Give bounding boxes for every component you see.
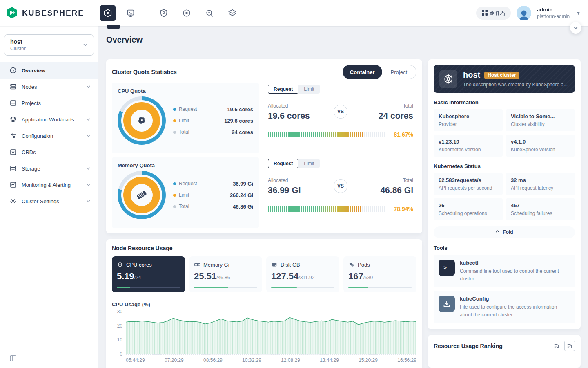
sidebar-item-monitoring-alerting[interactable]: Monitoring & Alerting (0, 177, 98, 193)
sidebar-item-overview[interactable]: Overview (0, 62, 98, 79)
cluster-management-icon[interactable] (100, 5, 116, 21)
configuration-icon (10, 132, 16, 139)
legend-label: Total (179, 129, 189, 135)
cell-label: API requests per second (439, 185, 498, 191)
sidebar-item-storage[interactable]: Storage (0, 160, 98, 177)
legend-row: Request 36.99 Gi (173, 181, 253, 187)
total-dot (173, 131, 176, 134)
chevron-down-icon (86, 133, 91, 139)
user-info[interactable]: admin platform-admin (537, 7, 570, 19)
sidebar-item-cluster-settings[interactable]: Cluster Settings (0, 193, 98, 209)
tab-label: CPU cores (126, 262, 152, 268)
basic-info-grid: Kubesphere Provider Visible to Some... C… (434, 109, 575, 157)
sidebar-item-label: Configuration (22, 133, 53, 139)
legend-label: Request (179, 106, 197, 112)
tab-value: 167 (348, 271, 363, 281)
tab-pods[interactable]: Pods 167/530 (343, 256, 416, 292)
status-cell-sched-ops: 26 Scheduling operations (434, 198, 503, 220)
legend-label: Limit (179, 192, 189, 198)
memory-quota-progress-bar (268, 206, 385, 212)
pods-icon (348, 261, 355, 268)
memory-stick-icon (136, 190, 148, 201)
sidebar-item-nodes[interactable]: Nodes (0, 79, 98, 95)
cpu-quota-legend: Request 19.6 cores Limit 129.6 cores (173, 106, 253, 135)
tab-memory-gi[interactable]: Memory Gi 25.51/46.86 (189, 256, 262, 292)
usage-tabs: CPU cores 5.19/24 Memory Gi (112, 256, 416, 292)
segment-request[interactable]: Request (268, 85, 298, 94)
sort-descending-icon[interactable] (551, 341, 562, 351)
memory-quota-legend: Request 36.99 Gi Limit 260.24 Gi (173, 181, 253, 210)
extensions-icon[interactable] (224, 5, 241, 21)
workspace-icon[interactable] (122, 5, 139, 21)
resource-usage-ranking-card: Resource Usage Ranking (428, 335, 581, 368)
ranking-card-title: Resource Usage Ranking (434, 343, 503, 349)
components-dock-button[interactable]: 组件坞 (476, 7, 511, 20)
cpu-allocated-value: 19.6 cores (268, 111, 323, 121)
cluster-selector[interactable]: host Cluster (4, 34, 94, 56)
sidebar-item-application-workloads[interactable]: Application Workloads (0, 111, 98, 128)
memory-allocated-value: 36.99 Gi (268, 185, 323, 195)
crds-icon (10, 149, 16, 155)
tool-name: kubectl (460, 260, 570, 266)
cell-value: v4.1.0 (511, 139, 570, 145)
vs-separator: VS (334, 99, 347, 125)
tool-desc: Command line tool used to control the cu… (460, 267, 570, 283)
kubectl-terminal-icon: >_ (439, 260, 455, 276)
k8s-status-grid: 62.583requests/s API requests per second… (434, 173, 575, 220)
cluster-settings-icon (10, 198, 16, 204)
memory-quota-donut (118, 171, 166, 219)
platform-settings-icon[interactable] (178, 5, 195, 21)
tool-kubeconfig[interactable]: kubeConfig File used to configure the ac… (434, 291, 575, 323)
segment-limit[interactable]: Limit (298, 159, 319, 168)
x-axis-labels: 05:44:29 07:20:29 08:56:29 10:32:29 12:0… (126, 357, 416, 363)
tab-cpu-cores[interactable]: CPU cores 5.19/24 (112, 256, 185, 292)
cell-label: API request latency (511, 185, 570, 191)
allocated-label: Allocated (268, 103, 323, 109)
nodes-icon (10, 83, 16, 90)
memory-quota-title: Memory Quota (118, 162, 253, 168)
x-tick: 05:44:29 (126, 357, 145, 363)
sidebar-item-projects[interactable]: Projects (0, 95, 98, 111)
access-control-icon[interactable] (156, 5, 172, 21)
tab-label: Pods (358, 262, 370, 268)
vs-badge: VS (334, 105, 347, 119)
tool-kubectl[interactable]: >_ kubectl Command line tool used to con… (434, 255, 575, 287)
tools-title: Tools (434, 245, 575, 251)
sidebar-collapse-icon[interactable] (10, 355, 16, 363)
tab-value: 25.51 (194, 271, 216, 281)
cell-label: Scheduling operations (439, 211, 498, 216)
legend-row: Limit 260.24 Gi (173, 192, 253, 198)
legend-label: Limit (179, 118, 189, 123)
user-menu-caret-icon[interactable]: ▼ (576, 11, 581, 16)
sidebar-item-label: Cluster Settings (22, 198, 59, 204)
memory-total-value: 46.86 Gi (358, 185, 413, 195)
search-icon[interactable] (201, 5, 218, 21)
toggle-container[interactable]: Container (343, 65, 382, 79)
toggle-project[interactable]: Project (382, 69, 416, 75)
chevron-down-icon (83, 42, 88, 48)
sidebar-item-crds[interactable]: CRDs (0, 144, 98, 160)
info-cell-k8s-version: v1.23.10 Kubernetes version (434, 135, 503, 157)
cluster-selector-name: host (10, 38, 26, 45)
cluster-helm-icon (439, 70, 457, 88)
kubesphere-logo[interactable]: KUBESPHERE (0, 7, 100, 20)
legend-label: Total (179, 204, 189, 209)
y-tick: 10 (112, 337, 122, 343)
tab-disk-gb[interactable]: Disk GB 127.54/311.92 (266, 256, 339, 292)
banner-collapse-button[interactable] (570, 22, 581, 34)
nav-divider (147, 9, 147, 18)
cell-value: 457 (511, 202, 570, 209)
vs-separator: VS (334, 173, 347, 199)
sidebar-item-label: Projects (22, 100, 41, 106)
chevron-down-icon (86, 84, 91, 90)
memory-quota-percent: 78.94% (390, 206, 413, 212)
cell-label: Provider (439, 121, 498, 127)
active-nav-pointer (107, 25, 120, 29)
sort-ascending-icon[interactable] (564, 341, 575, 351)
segment-limit[interactable]: Limit (298, 85, 319, 94)
segment-request[interactable]: Request (268, 159, 298, 168)
fold-button[interactable]: Fold (434, 226, 575, 238)
user-avatar[interactable] (517, 6, 531, 20)
sidebar-item-configuration[interactable]: Configuration (0, 128, 98, 144)
cell-value: 62.583requests/s (439, 177, 498, 183)
